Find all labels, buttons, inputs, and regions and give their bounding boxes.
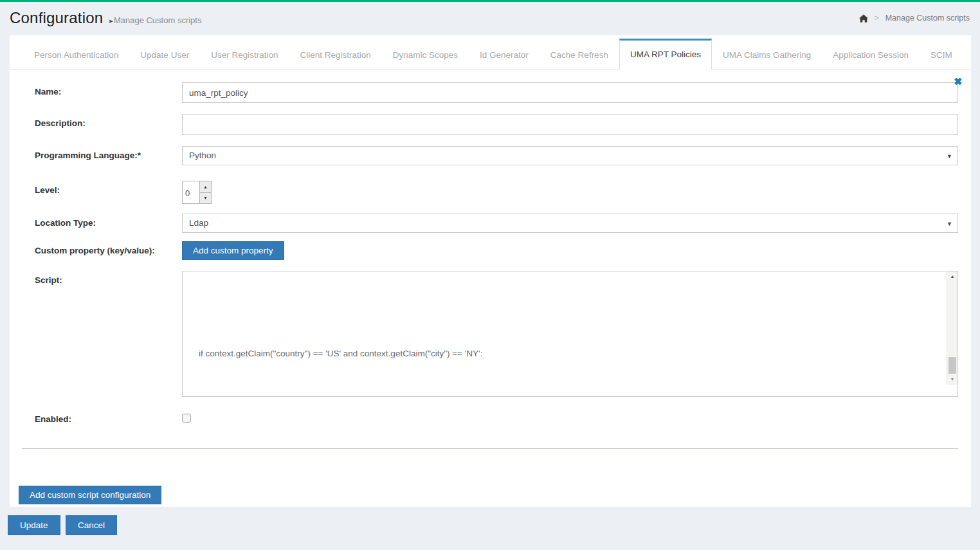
cancel-button[interactable]: Cancel — [66, 515, 117, 535]
level-input[interactable] — [182, 181, 199, 204]
home-icon[interactable] — [859, 14, 868, 23]
tab[interactable]: Person Authentication — [23, 39, 129, 69]
script-scrollbar[interactable]: ▲ ▼ — [947, 271, 957, 385]
tab-label: Client Registration — [300, 50, 370, 60]
location-type-row: Location Type: Ldap ▼ — [35, 214, 958, 233]
spinner-down-icon: ▼ — [203, 196, 208, 200]
tab[interactable]: Cache Refresh — [540, 39, 619, 69]
page-title: Configuration — [10, 9, 103, 27]
location-type-value: Ldap — [189, 218, 208, 228]
subtitle-arrow-icon: ▸ — [109, 17, 113, 24]
content-panel: Person Authentication Update User User R… — [10, 35, 971, 507]
tab[interactable]: Application Session — [822, 39, 920, 69]
name-row: Name: ✖ — [35, 82, 958, 103]
page-subtitle: ▸Manage Custom scripts — [109, 15, 201, 25]
programming-language-value: Python — [189, 151, 216, 160]
tab[interactable]: Id Generator — [469, 39, 540, 69]
tab-label: Update User — [140, 50, 189, 60]
name-label: Name: — [35, 82, 182, 96]
level-spinner: ▲ ▼ — [182, 181, 212, 204]
custom-property-label: Custom property (key/value): — [35, 241, 182, 255]
tab-label: Id Generator — [480, 50, 529, 60]
tab-label: Application Session — [833, 50, 909, 60]
tab[interactable]: UMA Claims Gathering — [712, 39, 822, 69]
script-code: if context.getClaim("country") == 'US' a… — [189, 298, 939, 397]
tab-label: SCIM — [930, 50, 952, 60]
script-row: Script: if context.getClaim("country") =… — [35, 271, 958, 397]
enabled-checkbox[interactable] — [182, 414, 191, 423]
custom-script-form: Name: ✖ Description: Programming Languag… — [10, 69, 971, 425]
add-custom-property-button[interactable]: Add custom property — [182, 241, 284, 260]
tab[interactable]: Dynamic Scopes — [382, 39, 469, 69]
script-code-line: if context.getClaim("country") == 'US' a… — [189, 347, 939, 360]
name-input[interactable] — [182, 82, 958, 103]
level-label: Level: — [35, 181, 182, 195]
level-increment-button[interactable]: ▲ — [199, 181, 212, 193]
description-input[interactable] — [182, 114, 958, 135]
tab-label: UMA RPT Policies — [630, 50, 701, 59]
tab-label: Cache Refresh — [550, 50, 608, 60]
level-row: Level: ▲ ▼ — [35, 181, 958, 204]
spinner-up-icon: ▲ — [203, 185, 208, 189]
page-subtitle-text: Manage Custom scripts — [114, 15, 202, 25]
update-button[interactable]: Update — [8, 515, 60, 535]
script-label: Script: — [35, 271, 182, 285]
script-textarea[interactable]: if context.getClaim("country") == 'US' a… — [182, 271, 958, 397]
programming-language-label: Programming Language:* — [35, 146, 182, 160]
chevron-down-icon: ▼ — [947, 214, 952, 234]
close-icon[interactable]: ✖ — [954, 77, 962, 86]
breadcrumb-separator: > — [875, 14, 879, 23]
tab[interactable]: Update User — [129, 39, 200, 69]
add-custom-script-configuration-button[interactable]: Add custom script configuration — [19, 486, 161, 504]
tab-label: UMA Claims Gathering — [723, 50, 811, 60]
description-label: Description: — [35, 114, 182, 128]
tab[interactable]: UMA RPT Policies — [619, 39, 712, 69]
breadcrumb-item[interactable]: Manage Custom scripts — [885, 14, 970, 23]
tab-label: User Registration — [211, 50, 278, 60]
resize-grip-icon[interactable] — [947, 385, 957, 396]
chevron-down-icon: ▼ — [947, 147, 952, 166]
tab[interactable]: User Registration — [200, 39, 289, 69]
custom-property-row: Custom property (key/value): Add custom … — [35, 241, 958, 260]
tab-label: Person Authentication — [34, 50, 118, 60]
scroll-up-icon[interactable]: ▲ — [947, 272, 957, 281]
level-decrement-button[interactable]: ▼ — [199, 193, 212, 205]
script-code-line: print "Authorized successfully!" — [189, 396, 939, 397]
location-type-select[interactable]: Ldap ▼ — [182, 214, 958, 233]
description-row: Description: — [35, 114, 958, 135]
programming-language-select[interactable]: Python ▼ — [182, 146, 958, 165]
enabled-row: Enabled: — [35, 410, 958, 425]
tab[interactable]: Client Registration — [289, 39, 381, 69]
location-type-label: Location Type: — [35, 214, 182, 228]
programming-language-row: Programming Language:* Python ▼ — [35, 146, 958, 165]
tab-label: Dynamic Scopes — [393, 50, 458, 60]
tab[interactable]: SCIM — [920, 39, 963, 69]
form-footer: Update Cancel — [0, 507, 980, 535]
scrollbar-thumb[interactable] — [948, 357, 956, 374]
page-header: Configuration ▸Manage Custom scripts > M… — [0, 2, 980, 35]
enabled-label: Enabled: — [35, 410, 182, 424]
scroll-down-icon[interactable]: ▼ — [947, 375, 957, 384]
breadcrumb: > Manage Custom scripts — [859, 14, 970, 23]
tab-bar: Person Authentication Update User User R… — [10, 35, 971, 69]
